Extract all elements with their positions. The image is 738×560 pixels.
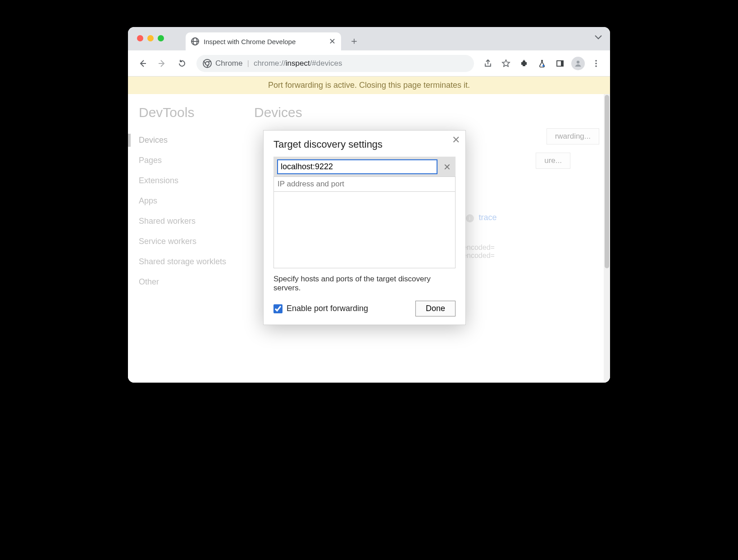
page-body: DevTools Devices Pages Extensions Apps S… [128,94,610,383]
page-title: DevTools [139,105,254,120]
content-heading: Devices [254,105,599,120]
target-list-area [273,192,456,268]
target-discovery-modal: ✕ Target discovery settings ✕ Specify ho… [263,130,466,325]
browser-window: Inspect with Chrome Develope ✕ ＋ [128,27,610,383]
tab-close-icon[interactable]: ✕ [329,36,336,46]
tab-search-button[interactable] [595,35,602,40]
site-info-button[interactable]: Chrome [203,59,242,68]
sidepanel-icon[interactable] [552,56,568,71]
globe-icon [191,37,199,45]
configure-button[interactable]: ure... [536,153,570,169]
target-host-input[interactable] [277,159,437,174]
notice-bar: Port forwarding is active. Closing this … [128,77,610,94]
modal-footer: Enable port forwarding Done [273,301,456,316]
target-entry-row: ✕ [273,157,456,177]
svg-point-7 [542,65,544,67]
target-placeholder-row [273,177,456,192]
svg-rect-9 [561,61,563,66]
target-host-new-input[interactable] [273,176,456,192]
info-icon: i [466,214,474,222]
scrollbar-thumb[interactable] [605,95,609,268]
menu-icon[interactable] [588,56,604,71]
nav-back-button[interactable] [134,55,150,72]
extensions-icon[interactable] [516,56,532,71]
delete-entry-icon[interactable]: ✕ [442,162,452,172]
window-zoom-button[interactable] [158,35,164,41]
profile-button[interactable] [570,56,586,71]
sidebar: DevTools Devices Pages Extensions Apps S… [128,94,254,383]
sidebar-item-devices[interactable]: Devices [139,130,254,150]
window-minimize-button[interactable] [147,35,154,41]
sidebar-item-shared-workers[interactable]: Shared workers [139,211,254,231]
modal-description: Specify hosts and ports of the target di… [273,275,456,293]
labs-icon[interactable] [534,56,550,71]
svg-point-11 [595,60,597,62]
bookmark-icon[interactable] [498,56,514,71]
done-button[interactable]: Done [415,301,456,316]
address-bar[interactable]: Chrome | chrome://inspect/#devices [196,55,474,72]
nav-reload-button[interactable] [174,55,190,72]
trace-link[interactable]: trace [479,213,497,222]
toolbar-right-icons [480,56,604,71]
share-icon[interactable] [480,56,496,71]
enable-port-forwarding-label: Enable port forwarding [287,304,368,313]
browser-tab[interactable]: Inspect with Chrome Develope ✕ [186,32,341,50]
titlebar: Inspect with Chrome Develope ✕ ＋ [128,27,610,50]
sidebar-item-extensions[interactable]: Extensions [139,171,254,191]
sidebar-item-shared-storage-worklets[interactable]: Shared storage worklets [139,252,254,272]
sidebar-item-pages[interactable]: Pages [139,150,254,171]
modal-close-icon[interactable]: ✕ [452,134,460,146]
svg-point-12 [595,63,597,64]
window-close-button[interactable] [137,35,143,41]
chrome-icon [203,59,212,68]
scrollbar-track[interactable] [604,94,610,383]
nav-forward-button[interactable] [154,55,170,72]
port-forwarding-button[interactable]: rwarding... [547,128,599,145]
traffic-lights [137,35,164,41]
svg-point-13 [595,65,597,67]
sidebar-item-service-workers[interactable]: Service workers [139,231,254,252]
separator: | [247,59,249,68]
scheme-label: Chrome [215,59,242,68]
enable-port-forwarding-row[interactable]: Enable port forwarding [273,304,368,313]
tab-title: Inspect with Chrome Develope [204,38,324,45]
url-text: chrome://inspect/#devices [254,59,342,68]
modal-title: Target discovery settings [273,139,456,150]
svg-point-10 [577,60,579,63]
new-tab-button[interactable]: ＋ [347,34,361,48]
enable-port-forwarding-checkbox[interactable] [273,304,282,313]
toolbar: Chrome | chrome://inspect/#devices [128,50,610,77]
avatar-icon [571,57,585,70]
sidebar-item-other[interactable]: Other [139,272,254,292]
sidebar-item-apps[interactable]: Apps [139,191,254,211]
